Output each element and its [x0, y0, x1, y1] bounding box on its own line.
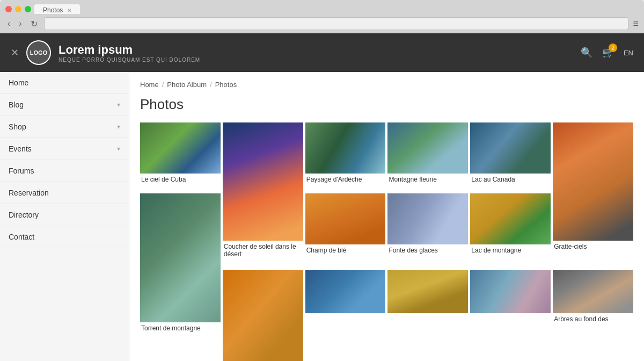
- header-left: ✕ LOGO Lorem ipsum NEQUE PORRO QUISQUAM …: [11, 40, 200, 65]
- breadcrumb-home[interactable]: Home: [140, 81, 159, 89]
- photo-item[interactable]: [387, 270, 468, 313]
- chevron-down-icon: ▾: [117, 145, 120, 153]
- photo-item[interactable]: Le ciel de Cuba: [140, 122, 221, 187]
- header-right: 🔍 🛒 2 EN: [581, 47, 633, 59]
- language-button[interactable]: EN: [624, 49, 633, 57]
- photo-caption: Montagne fleurie: [387, 174, 468, 187]
- maximize-dot[interactable]: [25, 6, 31, 12]
- photo-item[interactable]: Arbres au fond des: [553, 270, 633, 327]
- browser-tab[interactable]: Photos ✕: [34, 4, 80, 14]
- sidebar-item-label: Reservation: [9, 189, 49, 197]
- sidebar-item-label: Directory: [9, 211, 39, 219]
- sidebar: Home Blog ▾ Shop ▾ Events ▾ Forums Reser…: [0, 72, 129, 361]
- photo-grid: Le ciel de Cuba Coucher de soleil dans l…: [140, 122, 633, 361]
- chevron-down-icon: ▾: [117, 101, 120, 109]
- sidebar-item-label: Shop: [9, 122, 26, 131]
- forward-button[interactable]: ›: [17, 18, 24, 30]
- sidebar-item-blog[interactable]: Blog ▾: [0, 94, 129, 116]
- photo-item[interactable]: Paysage d'Ardèche: [305, 122, 386, 187]
- sidebar-item-reservation[interactable]: Reservation: [0, 182, 129, 204]
- sidebar-item-shop[interactable]: Shop ▾: [0, 116, 129, 138]
- breadcrumb-album[interactable]: Photo Album: [167, 81, 207, 89]
- page-wrapper: ✕ LOGO Lorem ipsum NEQUE PORRO QUISQUAM …: [0, 33, 644, 361]
- photo-item[interactable]: Gratte-ciels: [553, 122, 633, 255]
- address-bar[interactable]: [44, 17, 629, 30]
- header-close-button[interactable]: ✕: [11, 47, 19, 59]
- close-dot[interactable]: [5, 6, 12, 12]
- photo-item[interactable]: Torrent de montagne: [140, 193, 221, 336]
- main-layout: Home Blog ▾ Shop ▾ Events ▾ Forums Reser…: [0, 72, 644, 361]
- photo-item[interactable]: [470, 270, 551, 313]
- cart-badge: 2: [609, 44, 617, 52]
- search-button[interactable]: 🔍: [581, 47, 592, 59]
- header-brand: Lorem ipsum NEQUE PORRO QUISQUAM EST QUI…: [58, 43, 200, 63]
- breadcrumb-sep: /: [210, 81, 212, 89]
- sidebar-item-home[interactable]: Home: [0, 72, 129, 94]
- photo-item[interactable]: Coucher de soleil dans le désert: [223, 122, 303, 262]
- brand-title: Lorem ipsum: [58, 43, 200, 57]
- brand-subtitle: NEQUE PORRO QUISQUAM EST QUI DOLOREM: [58, 57, 200, 63]
- photo-caption: Paysage d'Ardèche: [305, 174, 386, 187]
- photo-item[interactable]: Lac de montagne: [470, 193, 551, 258]
- photo-caption: Lac au Canada: [470, 174, 551, 187]
- photo-item[interactable]: Champ de blé: [305, 193, 386, 258]
- tab-close-button[interactable]: ✕: [67, 8, 71, 13]
- main-content: Home / Photo Album / Photos Photos Le ci…: [129, 72, 644, 361]
- sidebar-item-contact[interactable]: Contact: [0, 226, 129, 248]
- photo-caption: Champ de blé: [305, 244, 386, 258]
- minimize-dot[interactable]: [15, 6, 21, 12]
- photo-item[interactable]: Fonte des glaces: [387, 193, 468, 258]
- reload-button[interactable]: ↻: [28, 18, 40, 30]
- sidebar-item-label: Contact: [9, 233, 34, 241]
- photo-caption: Torrent de montagne: [140, 322, 221, 336]
- logo: LOGO: [26, 40, 51, 65]
- sidebar-item-forums[interactable]: Forums: [0, 160, 129, 182]
- site-header: ✕ LOGO Lorem ipsum NEQUE PORRO QUISQUAM …: [0, 33, 644, 72]
- photo-caption: Arbres au fond des: [553, 313, 633, 327]
- sidebar-item-events[interactable]: Events ▾: [0, 138, 129, 160]
- browser-chrome: Photos ✕ ‹ › ↻ ≡: [0, 0, 644, 33]
- tab-title: Photos: [43, 6, 63, 14]
- photo-item[interactable]: Lac au Canada: [470, 122, 551, 187]
- sidebar-item-label: Home: [9, 78, 28, 87]
- photo-caption: Coucher de soleil dans le désert: [223, 241, 303, 262]
- photo-caption: Le ciel de Cuba: [140, 174, 221, 187]
- sidebar-item-label: Blog: [9, 100, 24, 109]
- sidebar-item-label: Forums: [9, 167, 34, 175]
- browser-menu-button[interactable]: ≡: [633, 18, 639, 30]
- photo-item[interactable]: Forêt en automne: [223, 270, 303, 362]
- cart-wrapper[interactable]: 🛒 2: [602, 47, 614, 59]
- back-button[interactable]: ‹: [5, 18, 12, 30]
- page-title: Photos: [140, 96, 633, 113]
- browser-dots: Photos ✕: [5, 4, 639, 14]
- photo-item[interactable]: [305, 270, 386, 313]
- breadcrumb-sep: /: [162, 81, 164, 89]
- photo-item[interactable]: Montagne fleurie: [387, 122, 468, 187]
- photo-caption: Gratte-ciels: [553, 241, 633, 255]
- breadcrumb-current: Photos: [215, 81, 237, 89]
- sidebar-item-directory[interactable]: Directory: [0, 204, 129, 226]
- chevron-down-icon: ▾: [117, 123, 120, 131]
- sidebar-item-label: Events: [9, 145, 32, 153]
- photo-caption: Lac de montagne: [470, 244, 551, 258]
- breadcrumb: Home / Photo Album / Photos: [140, 81, 633, 89]
- browser-toolbar: ‹ › ↻ ≡: [5, 17, 639, 33]
- photo-caption: Fonte des glaces: [387, 244, 468, 258]
